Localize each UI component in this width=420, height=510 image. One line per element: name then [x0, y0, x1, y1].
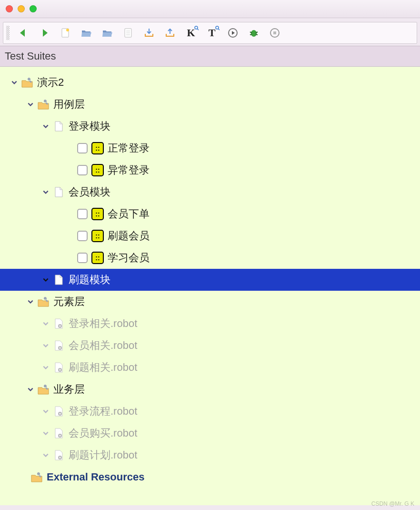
search-text-button[interactable]: T	[205, 26, 219, 40]
folder-wrench-icon	[36, 97, 50, 112]
svg-point-21	[60, 347, 61, 349]
open-folder-alt-button[interactable]	[100, 26, 114, 40]
tree-node-test[interactable]: :: 正常登录	[0, 137, 420, 159]
toolbar: K T	[3, 22, 417, 44]
tree-node-resource[interactable]: 登录相关.robot	[0, 313, 420, 335]
tree-node-test[interactable]: :: 会员下单	[0, 203, 420, 225]
tree-node-resource[interactable]: 会员购买.robot	[0, 422, 420, 444]
tree-node-label: 登录模块	[69, 119, 110, 133]
stop-button[interactable]	[268, 26, 282, 40]
run-button[interactable]	[226, 26, 240, 40]
panel-title: Test Suites	[5, 50, 56, 62]
chevron-down-icon[interactable]	[40, 186, 51, 198]
tree[interactable]: 演示2 用例层 登录模块 :: 正常登录 :: 异常登录	[0, 67, 420, 505]
open-folder-button[interactable]	[79, 26, 93, 40]
tree-node-suite[interactable]: 登录模块	[0, 115, 420, 137]
watermark: CSDN @Mr. G K	[371, 500, 414, 507]
chevron-down-icon[interactable]	[25, 99, 36, 110]
search-keyword-button[interactable]: K	[184, 26, 198, 40]
svg-point-19	[60, 326, 61, 327]
tree-node-root[interactable]: 演示2	[0, 71, 420, 93]
tree-node-suite-selected[interactable]: 刷题模块	[0, 269, 420, 291]
import-button[interactable]	[142, 26, 156, 40]
tree-node-external[interactable]: External Resources	[0, 466, 420, 488]
checkbox[interactable]	[77, 165, 88, 175]
file-gear-icon	[51, 426, 66, 440]
robot-test-icon: ::	[91, 164, 104, 176]
svg-rect-17	[273, 31, 276, 34]
tree-node-resource[interactable]: 会员相关.robot	[0, 335, 420, 357]
new-file-button[interactable]	[58, 26, 72, 40]
tree-node-folder[interactable]: 元素层	[0, 291, 420, 313]
chevron-down-icon[interactable]	[40, 428, 51, 439]
tree-node-label: 元素层	[53, 295, 85, 309]
tree-node-label: 会员模块	[69, 185, 110, 199]
chevron-down-icon[interactable]	[40, 449, 51, 461]
tree-node-suite[interactable]: 会员模块	[0, 181, 420, 203]
tree-node-test[interactable]: :: 学习会员	[0, 247, 420, 269]
robot-test-icon: ::	[91, 142, 104, 154]
file-icon	[51, 119, 66, 133]
tree-node-folder[interactable]: 业务层	[0, 378, 420, 400]
folder-wrench-icon	[36, 382, 50, 397]
chevron-down-icon[interactable]	[40, 274, 51, 286]
tree-node-label: 登录流程.robot	[69, 404, 137, 418]
tree-node-label: 演示2	[37, 75, 64, 90]
chevron-down-icon[interactable]	[40, 340, 51, 351]
folder-wrench-icon	[30, 470, 44, 484]
tree-node-resource[interactable]: 刷题计划.robot	[0, 444, 420, 466]
tree-node-label: External Resources	[47, 471, 144, 483]
file-gear-icon	[51, 338, 66, 353]
chevron-down-icon[interactable]	[40, 121, 51, 132]
chevron-down-icon[interactable]	[40, 406, 51, 417]
file-gear-icon	[51, 360, 66, 375]
svg-line-14	[250, 34, 252, 35]
file-gear-icon	[51, 404, 66, 418]
tree-node-test[interactable]: :: 异常登录	[0, 159, 420, 181]
tree-node-label: 用例层	[53, 97, 85, 112]
chevron-down-icon[interactable]	[25, 384, 36, 395]
folder-wrench-icon	[20, 75, 34, 90]
tree-node-folder[interactable]: 用例层	[0, 93, 420, 115]
checkbox[interactable]	[77, 143, 88, 153]
close-window-button[interactable]	[6, 5, 13, 12]
tree-node-label: 登录相关.robot	[69, 316, 137, 331]
tree-node-test[interactable]: :: 刷题会员	[0, 225, 420, 247]
tree-node-resource[interactable]: 刷题相关.robot	[0, 357, 420, 378]
chevron-down-icon[interactable]	[9, 77, 20, 88]
minimize-window-button[interactable]	[18, 5, 25, 12]
svg-point-29	[60, 457, 61, 459]
chevron-down-icon[interactable]	[40, 362, 51, 373]
tree-node-resource[interactable]: 登录流程.robot	[0, 400, 420, 422]
tree-node-label: 会员相关.robot	[69, 338, 137, 353]
toolbar-grip	[6, 26, 10, 40]
tree-node-label: 正常登录	[108, 141, 150, 155]
panel-header: Test Suites	[0, 46, 420, 67]
forward-button[interactable]	[37, 26, 51, 40]
robot-test-icon: ::	[91, 208, 104, 220]
file-icon	[51, 273, 66, 287]
back-button[interactable]	[16, 26, 30, 40]
svg-point-11	[251, 30, 257, 37]
checkbox[interactable]	[77, 209, 88, 219]
traffic-lights	[6, 5, 37, 12]
robot-test-icon: ::	[91, 252, 104, 264]
chevron-down-icon[interactable]	[40, 318, 51, 329]
tree-node-label: 异常登录	[108, 163, 150, 177]
maximize-window-button[interactable]	[30, 5, 37, 12]
checkbox[interactable]	[77, 231, 88, 241]
title-bar	[0, 0, 420, 18]
file-gear-icon	[51, 448, 66, 462]
tree-node-label: 刷题计划.robot	[69, 448, 137, 462]
document-button[interactable]	[121, 26, 135, 40]
chevron-down-icon[interactable]	[25, 296, 36, 307]
file-icon	[51, 185, 66, 199]
robot-test-icon: ::	[91, 230, 104, 242]
export-button[interactable]	[163, 26, 177, 40]
checkbox[interactable]	[77, 253, 88, 263]
svg-point-27	[60, 435, 61, 437]
debug-button[interactable]	[247, 26, 261, 40]
svg-point-1	[66, 29, 69, 31]
tree-node-label: 业务层	[53, 382, 85, 397]
svg-line-15	[256, 34, 258, 35]
